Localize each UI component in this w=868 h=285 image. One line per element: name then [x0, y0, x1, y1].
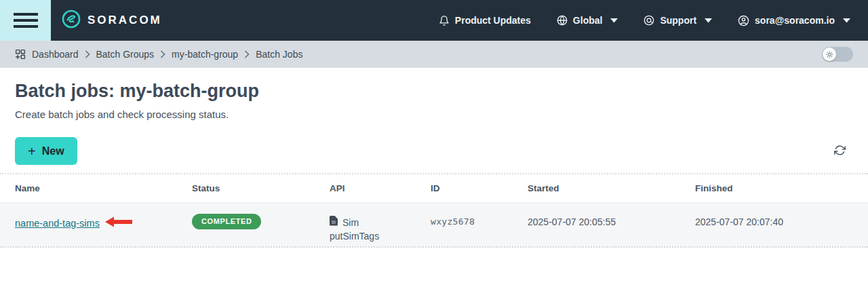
brand[interactable]: SORACOM — [62, 10, 162, 31]
breadcrumb: Dashboard Batch Groups my-batch-group Ba… — [15, 49, 302, 60]
chevron-down-icon — [610, 18, 618, 23]
breadcrumb-item-dashboard[interactable]: Dashboard — [32, 49, 79, 60]
bell-icon — [439, 15, 450, 26]
red-left-arrow-annotation — [105, 216, 132, 230]
globe-icon — [557, 15, 568, 26]
navbar-right: Product Updates Global — [439, 15, 850, 26]
new-button-label: New — [42, 145, 64, 157]
status-badge: COMPLETED — [192, 214, 261, 229]
menu-button[interactable] — [0, 0, 51, 41]
sun-icon — [823, 48, 836, 61]
column-header-api: API — [330, 183, 431, 193]
nav-label: Product Updates — [455, 15, 531, 26]
dashboard-grid-icon — [15, 49, 26, 60]
column-header-started: Started — [528, 183, 695, 193]
breadcrumb-bar: Dashboard Batch Groups my-batch-group Ba… — [0, 41, 868, 68]
nav-product-updates[interactable]: Product Updates — [439, 15, 531, 26]
breadcrumb-item-batch-jobs[interactable]: Batch Jobs — [256, 49, 302, 60]
hamburger-icon — [14, 25, 38, 28]
support-icon — [644, 15, 654, 26]
toolbar: + New — [15, 137, 853, 165]
refresh-button[interactable] — [834, 145, 846, 158]
top-navbar: SORACOM Product Updates Gl — [0, 0, 868, 41]
column-header-name: Name — [15, 183, 192, 193]
main-content: Batch jobs: my-batch-group Create batch … — [0, 81, 868, 248]
batch-job-link[interactable]: name-and-tag-sims — [15, 217, 100, 229]
nav-global-selector[interactable]: Global — [557, 15, 618, 26]
chevron-right-icon — [244, 50, 250, 58]
chevron-down-icon — [705, 18, 712, 23]
sim-icon — [330, 216, 338, 229]
cell-finished: 2025-07-07 20:07:40 — [695, 203, 868, 228]
theme-toggle[interactable] — [822, 47, 853, 62]
plus-icon: + — [28, 145, 36, 158]
page-subtitle: Create batch jobs and check processing s… — [15, 109, 853, 120]
breadcrumb-item-group[interactable]: my-batch-group — [172, 49, 238, 60]
cell-started: 2025-07-07 20:05:55 — [528, 203, 695, 228]
table-row: name-and-tag-sims COMPLETED — [0, 203, 868, 248]
refresh-icon — [834, 148, 846, 158]
page-title: Batch jobs: my-batch-group — [15, 81, 853, 101]
api-object: Sim — [342, 216, 359, 229]
cell-name: name-and-tag-sims — [15, 203, 192, 230]
table-header: Name Status API ID Started Finished — [0, 174, 868, 203]
column-header-id: ID — [431, 183, 528, 193]
new-button[interactable]: + New — [15, 137, 77, 165]
brand-name: SORACOM — [87, 14, 162, 27]
nav-support[interactable]: Support — [644, 15, 712, 26]
page: SORACOM Product Updates Gl — [0, 0, 868, 285]
cell-status: COMPLETED — [192, 203, 330, 229]
column-header-status: Status — [192, 183, 330, 193]
chevron-right-icon — [160, 50, 165, 58]
hamburger-icon — [14, 19, 38, 22]
breadcrumb-item-batch-groups[interactable]: Batch Groups — [96, 49, 155, 60]
api-method: putSimTags — [330, 230, 431, 242]
chevron-down-icon — [843, 18, 850, 23]
nav-account-menu[interactable]: sora@soracom.io — [738, 15, 850, 26]
nav-label: Global — [573, 15, 603, 26]
nav-label: Support — [660, 15, 696, 26]
column-header-finished: Finished — [695, 183, 868, 193]
chevron-right-icon — [85, 50, 90, 58]
nav-label: sora@soracom.io — [755, 15, 835, 26]
cell-api: Sim putSimTags — [330, 203, 431, 242]
soracom-logo-icon — [62, 10, 81, 31]
cell-id: wxyz5678 — [431, 203, 528, 228]
user-icon — [738, 15, 749, 26]
hamburger-icon — [14, 13, 38, 16]
